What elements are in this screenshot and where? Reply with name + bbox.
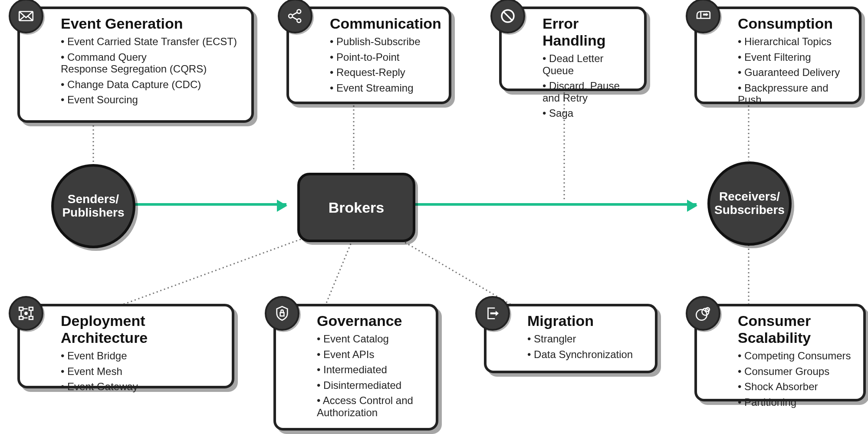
node-senders: Senders/ Publishers xyxy=(51,164,135,248)
architecture-icon xyxy=(9,296,43,331)
arrow-brokers-to-receivers xyxy=(414,203,697,206)
list-item: Partitioning xyxy=(738,396,853,408)
list-item: Event Filtering xyxy=(738,51,848,63)
card-title: Migration xyxy=(527,312,644,329)
list-item: Hierarchical Topics xyxy=(738,36,848,48)
card-consumption: Consumption Hierarchical TopicsEvent Fil… xyxy=(694,7,861,104)
card-title: Governance xyxy=(317,312,425,329)
svg-rect-17 xyxy=(19,307,23,310)
list-item: Publish-Subscribe xyxy=(330,36,438,48)
list-item: Request-Reply xyxy=(330,66,438,79)
card-scalability: Consumer Scalability Competing Consumers… xyxy=(694,304,866,401)
list-item: Dead Letter Queue xyxy=(542,53,634,76)
list-item: Disintermediated xyxy=(317,379,425,391)
card-title: Event Generation xyxy=(61,15,241,32)
card-governance: Governance Event CatalogEvent APIsInterm… xyxy=(273,304,438,431)
node-receivers-label: Receivers/ Subscribers xyxy=(714,190,785,217)
list-item: Intermediated xyxy=(317,364,425,376)
shield-lock-icon xyxy=(265,296,299,331)
card-items: Event CatalogEvent APIsIntermediatedDisi… xyxy=(317,333,425,419)
node-brokers-label: Brokers xyxy=(329,199,385,216)
list-item: Event Carried State Transfer (ECST) xyxy=(61,36,241,48)
svg-line-13 xyxy=(292,17,297,20)
list-item: Backpressure and Push xyxy=(738,82,848,106)
card-deployment: Deployment Architecture Event BridgeEven… xyxy=(17,304,234,388)
list-item: Consumer Groups xyxy=(738,365,853,378)
scale-circles-icon xyxy=(686,296,720,331)
card-items: Event Carried State Transfer (ECST)Comma… xyxy=(61,36,241,106)
card-title: Consumption xyxy=(738,15,848,32)
list-item: Shock Absorber xyxy=(738,381,853,393)
card-items: Competing ConsumersConsumer GroupsShock … xyxy=(738,350,853,408)
svg-line-12 xyxy=(292,12,297,15)
envelope-icon xyxy=(9,0,43,33)
list-item: Event Gateway xyxy=(61,381,221,393)
svg-point-11 xyxy=(297,19,301,23)
migrate-icon xyxy=(475,296,510,331)
list-item: Saga xyxy=(542,107,634,119)
svg-line-5 xyxy=(323,237,354,310)
card-title: Communication xyxy=(330,15,438,32)
svg-point-9 xyxy=(289,14,293,18)
card-items: Publish-SubscribePoint-to-PointRequest-R… xyxy=(330,36,438,94)
svg-rect-19 xyxy=(29,307,33,310)
list-item: Guaranteed Delivery xyxy=(738,66,848,79)
list-item: Access Control and Authorization xyxy=(317,395,425,418)
mailbox-icon xyxy=(686,0,720,33)
card-migration: Migration StranglerData Synchronization xyxy=(484,304,658,373)
card-communication: Communication Publish-SubscribePoint-to-… xyxy=(286,7,451,104)
diagram-stage: Senders/ Publishers Brokers Receivers/ S… xyxy=(0,0,868,434)
list-item: Event Catalog xyxy=(317,333,425,345)
node-brokers: Brokers xyxy=(297,173,415,242)
list-item: Event Sourcing xyxy=(61,94,241,106)
node-senders-label: Senders/ Publishers xyxy=(62,193,124,220)
card-items: Event BridgeEvent MeshEvent Gateway xyxy=(61,350,221,393)
list-item: Competing Consumers xyxy=(738,350,853,362)
card-items: Dead Letter QueueDiscard, Pause and Retr… xyxy=(542,53,634,119)
list-item: Event Bridge xyxy=(61,350,221,362)
list-item: Event APIs xyxy=(317,349,425,361)
list-item: Strangler xyxy=(527,333,644,345)
prohibit-icon xyxy=(490,0,525,33)
card-title: Deployment Architecture xyxy=(61,312,221,346)
svg-rect-22 xyxy=(280,312,284,316)
card-title: Consumer Scalability xyxy=(738,312,853,346)
svg-rect-18 xyxy=(19,316,23,319)
list-item: Data Synchronization xyxy=(527,349,644,361)
svg-rect-20 xyxy=(29,316,33,319)
card-items: StranglerData Synchronization xyxy=(527,333,644,360)
list-item: Discard, Pause and Retry xyxy=(542,80,634,104)
list-item: Change Data Capture (CDC) xyxy=(61,79,241,91)
node-receivers: Receivers/ Subscribers xyxy=(707,161,792,246)
svg-point-10 xyxy=(297,10,301,13)
list-item: Event Mesh xyxy=(61,365,221,378)
card-items: Hierarchical TopicsEvent FilteringGuaran… xyxy=(738,36,848,106)
share-icon xyxy=(278,0,312,33)
svg-point-21 xyxy=(25,312,27,314)
list-item: Event Streaming xyxy=(330,82,438,94)
arrow-senders-to-brokers xyxy=(132,203,286,206)
card-error-handling: Error Handling Dead Letter QueueDiscard,… xyxy=(499,7,647,91)
svg-line-15 xyxy=(503,12,512,20)
list-item: Command Query Response Segregation (CQRS… xyxy=(61,51,241,75)
list-item: Point-to-Point xyxy=(330,51,438,63)
card-event-generation: Event Generation Event Carried State Tra… xyxy=(17,7,254,123)
card-title: Error Handling xyxy=(542,15,634,49)
